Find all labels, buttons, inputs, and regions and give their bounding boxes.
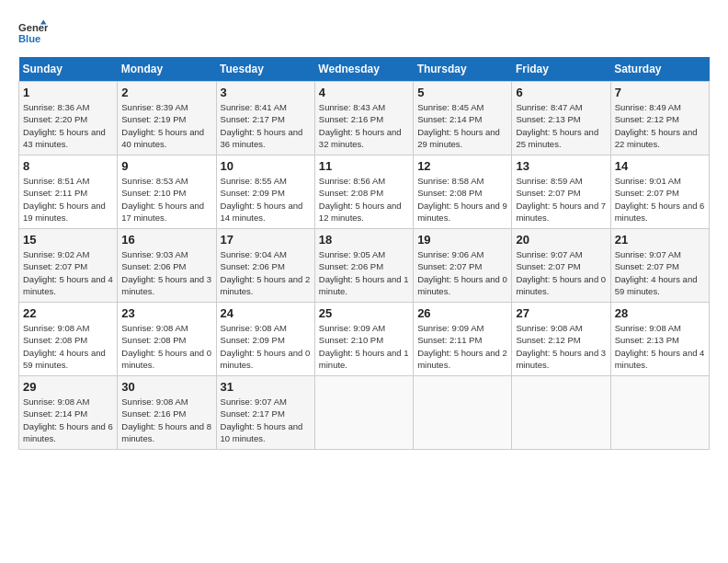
day-info: Sunrise: 9:07 AM Sunset: 2:07 PM Dayligh… [516, 248, 606, 297]
calendar-week: 15 Sunrise: 9:02 AM Sunset: 2:07 PM Dayl… [19, 229, 710, 303]
day-info: Sunrise: 8:58 AM Sunset: 2:08 PM Dayligh… [417, 175, 507, 224]
day-number: 17 [221, 233, 311, 247]
day-number: 20 [516, 233, 606, 247]
calendar-day: 25 Sunrise: 9:09 AM Sunset: 2:10 PM Dayl… [314, 303, 413, 376]
day-info: Sunrise: 8:45 AM Sunset: 2:14 PM Dayligh… [417, 101, 507, 150]
col-saturday: Saturday [610, 57, 709, 82]
day-number: 3 [221, 86, 311, 99]
empty-cell [610, 376, 709, 450]
day-info: Sunrise: 9:06 AM Sunset: 2:07 PM Dayligh… [417, 248, 507, 297]
logo-icon: General Blue [18, 18, 48, 48]
svg-text:Blue: Blue [18, 33, 40, 44]
day-info: Sunrise: 8:59 AM Sunset: 2:07 PM Dayligh… [516, 175, 606, 224]
calendar-week: 1 Sunrise: 8:36 AM Sunset: 2:20 PM Dayli… [19, 82, 710, 155]
calendar-day: 2 Sunrise: 8:39 AM Sunset: 2:19 PM Dayli… [118, 82, 216, 155]
empty-cell [512, 376, 610, 450]
day-number: 10 [221, 159, 311, 173]
day-info: Sunrise: 9:08 AM Sunset: 2:13 PM Dayligh… [615, 322, 705, 371]
calendar-week: 29 Sunrise: 9:08 AM Sunset: 2:14 PM Dayl… [19, 376, 710, 450]
day-number: 13 [516, 159, 606, 173]
day-number: 31 [221, 380, 311, 394]
calendar-day: 15 Sunrise: 9:02 AM Sunset: 2:07 PM Dayl… [19, 229, 118, 303]
page-header: General Blue [18, 18, 710, 48]
day-number: 5 [417, 86, 507, 99]
calendar-day: 10 Sunrise: 8:55 AM Sunset: 2:09 PM Dayl… [216, 155, 314, 229]
day-number: 12 [417, 159, 507, 173]
day-info: Sunrise: 9:07 AM Sunset: 2:07 PM Dayligh… [615, 248, 705, 297]
logo: General Blue [18, 18, 51, 48]
calendar-day: 14 Sunrise: 9:01 AM Sunset: 2:07 PM Dayl… [610, 155, 709, 229]
calendar-day: 13 Sunrise: 8:59 AM Sunset: 2:07 PM Dayl… [512, 155, 610, 229]
col-monday: Monday [118, 57, 216, 82]
day-number: 7 [615, 86, 705, 99]
calendar-day: 18 Sunrise: 9:05 AM Sunset: 2:06 PM Dayl… [314, 229, 413, 303]
calendar-day: 20 Sunrise: 9:07 AM Sunset: 2:07 PM Dayl… [512, 229, 610, 303]
day-number: 18 [319, 233, 409, 247]
day-number: 26 [417, 306, 507, 320]
calendar-day: 7 Sunrise: 8:49 AM Sunset: 2:12 PM Dayli… [610, 82, 709, 155]
calendar-day: 12 Sunrise: 8:58 AM Sunset: 2:08 PM Dayl… [414, 155, 512, 229]
empty-cell [414, 376, 512, 450]
day-info: Sunrise: 9:01 AM Sunset: 2:07 PM Dayligh… [615, 175, 705, 224]
calendar-day: 9 Sunrise: 8:53 AM Sunset: 2:10 PM Dayli… [118, 155, 216, 229]
day-number: 6 [516, 86, 606, 99]
day-info: Sunrise: 8:55 AM Sunset: 2:09 PM Dayligh… [221, 175, 311, 224]
day-number: 27 [516, 306, 606, 320]
day-number: 16 [121, 233, 211, 247]
day-info: Sunrise: 9:08 AM Sunset: 2:14 PM Dayligh… [23, 396, 113, 444]
calendar-day: 27 Sunrise: 9:08 AM Sunset: 2:12 PM Dayl… [512, 303, 610, 376]
day-number: 4 [319, 86, 409, 99]
day-info: Sunrise: 8:49 AM Sunset: 2:12 PM Dayligh… [615, 101, 705, 150]
calendar-day: 11 Sunrise: 8:56 AM Sunset: 2:08 PM Dayl… [314, 155, 413, 229]
day-info: Sunrise: 9:02 AM Sunset: 2:07 PM Dayligh… [23, 248, 113, 297]
day-info: Sunrise: 9:09 AM Sunset: 2:10 PM Dayligh… [319, 322, 409, 371]
calendar-day: 5 Sunrise: 8:45 AM Sunset: 2:14 PM Dayli… [414, 82, 512, 155]
day-info: Sunrise: 8:39 AM Sunset: 2:19 PM Dayligh… [121, 101, 211, 150]
day-info: Sunrise: 8:56 AM Sunset: 2:08 PM Dayligh… [319, 175, 409, 224]
calendar-day: 28 Sunrise: 9:08 AM Sunset: 2:13 PM Dayl… [610, 303, 709, 376]
col-thursday: Thursday [414, 57, 512, 82]
day-info: Sunrise: 8:36 AM Sunset: 2:20 PM Dayligh… [23, 101, 113, 150]
calendar-header-row: Sunday Monday Tuesday Wednesday Thursday… [19, 57, 710, 82]
day-info: Sunrise: 8:51 AM Sunset: 2:11 PM Dayligh… [23, 175, 113, 224]
calendar-day: 3 Sunrise: 8:41 AM Sunset: 2:17 PM Dayli… [216, 82, 314, 155]
calendar-day: 24 Sunrise: 9:08 AM Sunset: 2:09 PM Dayl… [216, 303, 314, 376]
col-wednesday: Wednesday [314, 57, 413, 82]
day-number: 1 [23, 86, 113, 99]
day-info: Sunrise: 9:03 AM Sunset: 2:06 PM Dayligh… [121, 248, 211, 297]
day-info: Sunrise: 9:08 AM Sunset: 2:08 PM Dayligh… [121, 322, 211, 371]
calendar-table: Sunday Monday Tuesday Wednesday Thursday… [18, 57, 710, 450]
calendar-day: 31 Sunrise: 9:07 AM Sunset: 2:17 PM Dayl… [216, 376, 314, 450]
day-info: Sunrise: 9:07 AM Sunset: 2:17 PM Dayligh… [221, 396, 311, 444]
day-number: 25 [319, 306, 409, 320]
day-info: Sunrise: 9:08 AM Sunset: 2:09 PM Dayligh… [221, 322, 311, 371]
day-number: 9 [121, 159, 211, 173]
col-friday: Friday [512, 57, 610, 82]
day-number: 30 [121, 380, 211, 394]
day-number: 8 [23, 159, 113, 173]
calendar-week: 22 Sunrise: 9:08 AM Sunset: 2:08 PM Dayl… [19, 303, 710, 376]
day-info: Sunrise: 9:08 AM Sunset: 2:12 PM Dayligh… [516, 322, 606, 371]
day-info: Sunrise: 9:05 AM Sunset: 2:06 PM Dayligh… [319, 248, 409, 297]
calendar-day: 29 Sunrise: 9:08 AM Sunset: 2:14 PM Dayl… [19, 376, 118, 450]
calendar-day: 6 Sunrise: 8:47 AM Sunset: 2:13 PM Dayli… [512, 82, 610, 155]
empty-cell [314, 376, 413, 450]
day-info: Sunrise: 8:41 AM Sunset: 2:17 PM Dayligh… [221, 101, 311, 150]
col-tuesday: Tuesday [216, 57, 314, 82]
day-number: 28 [615, 306, 705, 320]
calendar-day: 17 Sunrise: 9:04 AM Sunset: 2:06 PM Dayl… [216, 229, 314, 303]
day-info: Sunrise: 9:08 AM Sunset: 2:08 PM Dayligh… [23, 322, 113, 371]
calendar-day: 1 Sunrise: 8:36 AM Sunset: 2:20 PM Dayli… [19, 82, 118, 155]
calendar-day: 23 Sunrise: 9:08 AM Sunset: 2:08 PM Dayl… [118, 303, 216, 376]
day-number: 29 [23, 380, 113, 394]
calendar-day: 19 Sunrise: 9:06 AM Sunset: 2:07 PM Dayl… [414, 229, 512, 303]
calendar-day: 22 Sunrise: 9:08 AM Sunset: 2:08 PM Dayl… [19, 303, 118, 376]
day-info: Sunrise: 8:47 AM Sunset: 2:13 PM Dayligh… [516, 101, 606, 150]
day-number: 14 [615, 159, 705, 173]
calendar-day: 4 Sunrise: 8:43 AM Sunset: 2:16 PM Dayli… [314, 82, 413, 155]
calendar-day: 26 Sunrise: 9:09 AM Sunset: 2:11 PM Dayl… [414, 303, 512, 376]
day-info: Sunrise: 8:53 AM Sunset: 2:10 PM Dayligh… [121, 175, 211, 224]
calendar-day: 8 Sunrise: 8:51 AM Sunset: 2:11 PM Dayli… [19, 155, 118, 229]
day-info: Sunrise: 9:08 AM Sunset: 2:16 PM Dayligh… [121, 396, 211, 444]
calendar-week: 8 Sunrise: 8:51 AM Sunset: 2:11 PM Dayli… [19, 155, 710, 229]
